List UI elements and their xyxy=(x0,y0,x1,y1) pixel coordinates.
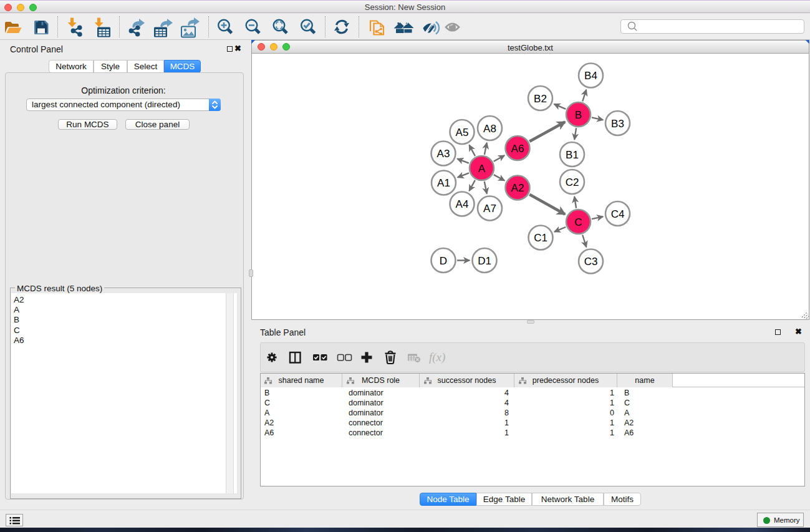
svg-text:B4: B4 xyxy=(584,70,597,82)
svg-text:D1: D1 xyxy=(478,255,491,267)
svg-text:C3: C3 xyxy=(584,256,598,268)
svg-text:A1: A1 xyxy=(437,177,450,189)
svg-text:B2: B2 xyxy=(534,93,547,105)
svg-text:B1: B1 xyxy=(566,149,579,161)
svg-text:A6: A6 xyxy=(511,143,524,155)
svg-text:C: C xyxy=(574,216,582,228)
svg-text:C4: C4 xyxy=(611,208,625,220)
svg-text:A2: A2 xyxy=(511,182,524,194)
svg-text:A7: A7 xyxy=(483,203,496,215)
svg-text:C1: C1 xyxy=(534,232,547,244)
svg-text:C2: C2 xyxy=(566,177,579,188)
svg-text:B: B xyxy=(575,109,582,121)
svg-text:A3: A3 xyxy=(437,148,450,160)
svg-text:B3: B3 xyxy=(611,118,624,130)
svg-text:A4: A4 xyxy=(456,198,469,210)
svg-text:A5: A5 xyxy=(456,127,469,138)
svg-text:A8: A8 xyxy=(483,123,496,135)
svg-text:A: A xyxy=(478,163,486,175)
svg-text:D: D xyxy=(440,255,447,267)
svg-text:f(x): f(x) xyxy=(429,351,445,364)
